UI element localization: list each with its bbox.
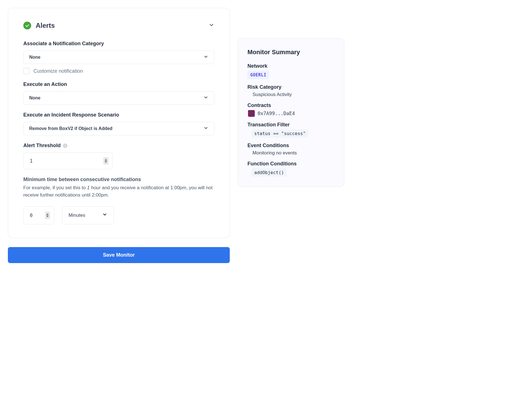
alert-threshold-value: 1 [30, 158, 103, 164]
min-time-group: Minimum time between consecutive notific… [23, 177, 214, 224]
alerts-header[interactable]: Alerts [23, 22, 214, 29]
save-monitor-button[interactable]: Save Monitor [8, 247, 230, 263]
notification-category-group: Associate a Notification Category None C… [23, 41, 214, 74]
incident-response-value: Remove from BoxV2 if Object is Added [29, 126, 112, 131]
execute-action-value: None [29, 95, 40, 101]
alert-threshold-stepper[interactable] [103, 157, 108, 165]
alert-threshold-input[interactable]: 1 [23, 152, 113, 169]
min-time-title: Minimum time between consecutive notific… [23, 177, 214, 183]
contract-identicon-icon [248, 110, 255, 117]
customize-notification-label: Customize notification [33, 68, 83, 74]
alerts-card: Alerts Associate a Notification Category… [8, 8, 230, 238]
notification-category-label: Associate a Notification Category [23, 41, 214, 47]
alerts-title: Alerts [36, 22, 55, 29]
incident-response-group: Execute an Incident Response Scenario Re… [23, 112, 214, 135]
min-time-unit-value: Minutes [69, 213, 85, 218]
summary-title: Monitor Summary [247, 49, 335, 56]
incident-response-label: Execute an Incident Response Scenario [23, 112, 214, 118]
min-time-value-input[interactable]: 0 [23, 206, 54, 224]
network-badge: GOERLI [247, 71, 269, 79]
summary-txfilter-label: Transaction Filter [247, 122, 335, 128]
svg-marker-0 [105, 159, 107, 161]
info-icon[interactable]: i [63, 143, 67, 148]
summary-risk-label: Risk Category [247, 84, 335, 90]
execute-action-label: Execute an Action [23, 81, 214, 87]
summary-txfilter-value: status == "success" [251, 129, 308, 138]
svg-marker-1 [105, 161, 107, 163]
customize-notification-checkbox[interactable] [23, 68, 29, 74]
monitor-summary-card: Monitor Summary Network GOERLI Risk Cate… [238, 38, 344, 187]
min-time-stepper[interactable] [45, 212, 50, 219]
summary-network-label: Network [247, 63, 335, 69]
svg-marker-2 [46, 213, 49, 215]
chevron-down-icon [203, 54, 208, 60]
chevron-down-icon [203, 126, 208, 132]
summary-events-value: Monitoring no events [247, 150, 335, 156]
notification-category-select[interactable]: None [23, 51, 214, 64]
alert-threshold-label: Alert Threshold [23, 143, 61, 149]
summary-events-label: Event Conditions [247, 143, 335, 149]
notification-category-value: None [29, 55, 40, 60]
incident-response-select[interactable]: Remove from BoxV2 if Object is Added [23, 122, 214, 135]
chevron-down-icon [203, 95, 208, 101]
summary-functions-label: Function Conditions [247, 161, 335, 167]
contract-address: 0x7A99...DaE4 [258, 111, 295, 116]
min-time-unit-select[interactable]: Minutes [62, 206, 114, 224]
summary-contracts-label: Contracts [247, 102, 335, 108]
svg-marker-3 [46, 216, 49, 217]
execute-action-group: Execute an Action None [23, 81, 214, 105]
summary-functions-value: addObject() [251, 168, 287, 177]
check-icon [23, 22, 31, 29]
execute-action-select[interactable]: None [23, 91, 214, 105]
summary-risk-value: Suspicious Activity [247, 92, 335, 97]
chevron-down-icon [102, 212, 107, 218]
min-time-value: 0 [30, 213, 45, 218]
chevron-down-icon[interactable] [209, 22, 214, 29]
min-time-desc: For example, if you set this to 1 hour a… [23, 184, 214, 199]
alert-threshold-group: Alert Threshold i 1 [23, 143, 214, 169]
